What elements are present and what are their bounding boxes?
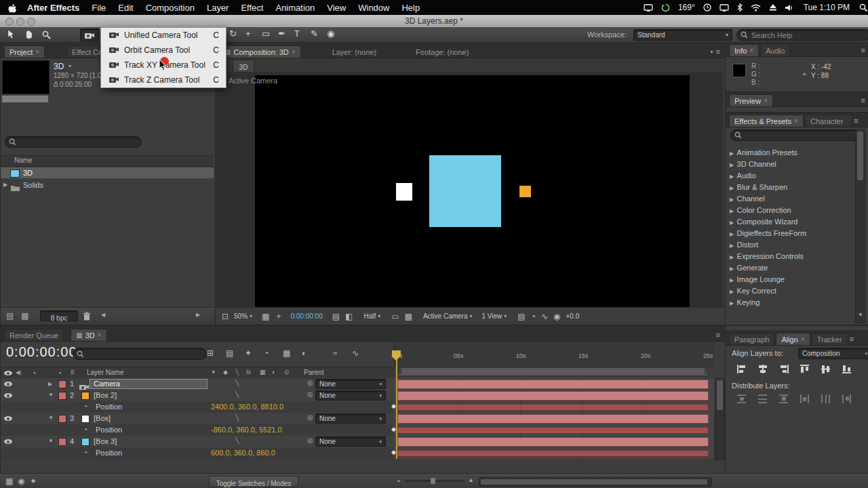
project-search-field[interactable] xyxy=(5,136,142,148)
property-row-position[interactable]: ◔ Position 2400.0, 360.0, 8810.0 xyxy=(1,401,394,413)
property-row-position[interactable]: ◔ Position 600.0, 360.0, 860.0 xyxy=(1,447,394,460)
align-to-dropdown[interactable]: Composition ▾ xyxy=(798,348,868,359)
effects-category-item[interactable]: ▶ Color Correction xyxy=(730,203,791,216)
pixel-aspect-icon[interactable]: ▤ xyxy=(517,312,525,321)
eye-icon[interactable] xyxy=(4,382,12,386)
distribute-top-icon[interactable] xyxy=(736,394,747,407)
zoom-out-mountain-icon[interactable]: ▲ xyxy=(397,479,401,483)
tab-footage[interactable]: Footage: (none) xyxy=(410,45,474,58)
window-minimize-button[interactable] xyxy=(16,18,24,26)
layer-name[interactable]: [Box] xyxy=(94,414,111,422)
sync-status-icon[interactable] xyxy=(657,3,674,12)
tab-preview[interactable]: Preview× xyxy=(729,94,773,106)
parent-dropdown[interactable]: None▾ xyxy=(315,413,386,424)
distribute-left-icon[interactable] xyxy=(800,394,810,407)
transparency-grid-icon[interactable]: ▦ xyxy=(405,312,412,321)
new-folder-icon[interactable]: ▦ xyxy=(21,312,28,320)
distribute-horizontal-center-icon[interactable] xyxy=(821,394,831,407)
property-value[interactable]: 600.0, 360.0, 860.0 xyxy=(211,449,275,457)
zoom-tool-icon[interactable] xyxy=(42,30,51,42)
align-bottom-icon[interactable] xyxy=(842,364,852,377)
effects-category-item[interactable]: ▶ Animation Presets xyxy=(730,146,797,158)
parent-pickwhip-icon[interactable]: ◎ xyxy=(307,380,313,386)
tab-render-queue[interactable]: Render Queue xyxy=(4,329,64,341)
collapse-arrow-icon[interactable]: ▼ xyxy=(48,392,54,398)
timeline-search-field[interactable] xyxy=(73,348,207,360)
close-icon[interactable]: × xyxy=(749,47,753,54)
property-bar[interactable] xyxy=(397,427,709,434)
menu-view[interactable]: View xyxy=(321,3,352,13)
playhead-handle[interactable] xyxy=(392,350,401,357)
parent-dropdown[interactable]: None▾ xyxy=(315,390,386,401)
expand-arrow-icon[interactable]: ▶ xyxy=(3,182,7,188)
layer-label-chip[interactable] xyxy=(58,392,66,400)
chevron-down-icon[interactable]: ▾ xyxy=(711,49,713,55)
tab-align[interactable]: Align× xyxy=(776,333,810,345)
display-capture-icon[interactable] xyxy=(639,4,657,12)
clone-stamp-tool-icon[interactable]: ◉ xyxy=(327,29,334,38)
menu-file[interactable]: File xyxy=(85,3,112,13)
channels-icon[interactable]: ◧ xyxy=(345,312,353,321)
snapshot-icon[interactable]: ▤ xyxy=(332,312,340,321)
expand-arrow-icon[interactable]: ▶ xyxy=(730,197,734,203)
effects-search-input[interactable] xyxy=(744,131,858,140)
rotate-tool-icon[interactable]: ↻ xyxy=(229,29,237,38)
layer-row-box3[interactable]: ▼ 4 [Box 3] ╲ ◎ None▾ xyxy=(1,436,394,448)
align-right-icon[interactable] xyxy=(778,364,789,377)
quality-switch-icon[interactable]: ╲ xyxy=(235,392,239,398)
timeline-zoom-slider[interactable] xyxy=(405,480,465,482)
layer-duration-bar[interactable] xyxy=(397,437,709,447)
live-update-icon[interactable]: ◉ xyxy=(18,477,24,485)
align-top-icon[interactable] xyxy=(800,364,810,377)
brush-tool-icon[interactable]: ✎ xyxy=(311,29,318,38)
expand-arrow-icon[interactable]: ▶ xyxy=(730,150,734,157)
expand-arrow-icon[interactable]: ▶ xyxy=(48,382,52,387)
panel-menu-icon[interactable]: ≡ xyxy=(850,336,854,343)
tab-info[interactable]: Info× xyxy=(729,44,759,56)
parent-pickwhip-icon[interactable]: ◎ xyxy=(307,414,313,421)
effects-category-item[interactable]: ▶ Key Correct xyxy=(730,284,776,296)
expand-arrow-icon[interactable]: ▶ xyxy=(730,162,734,168)
mask-visibility-icon[interactable]: + xyxy=(276,312,281,321)
hide-shy-layers-icon[interactable]: ✦ xyxy=(245,349,252,357)
timeline-horizontal-scrollbar[interactable] xyxy=(479,477,712,487)
menu-item-unified-camera[interactable]: Unified Camera Tool C xyxy=(101,28,226,43)
panel-menu-icon[interactable]: ≡ xyxy=(861,47,865,54)
tab-audio[interactable]: Audio xyxy=(760,44,790,56)
layer-label-chip[interactable] xyxy=(58,380,66,388)
tab-effects-presets[interactable]: Effects & Presets× xyxy=(729,115,804,127)
grid-options-icon[interactable]: ▦ xyxy=(262,312,269,321)
current-timecode[interactable]: 0:00:00:00 xyxy=(6,344,77,360)
current-time-indicator-line[interactable] xyxy=(396,359,397,459)
property-bar[interactable] xyxy=(397,404,709,411)
layer-row-box2[interactable]: ▼ 2 [Box 2] ╲ ◎ None▾ xyxy=(1,390,394,402)
project-row-solids[interactable]: ▶ Solids xyxy=(1,180,214,190)
layer-box-orange[interactable] xyxy=(519,186,531,197)
close-icon[interactable]: × xyxy=(98,331,102,339)
expand-arrow-icon[interactable]: ▶ xyxy=(730,185,734,191)
keyframe-icon[interactable]: ◆ xyxy=(391,449,396,455)
layer-duration-bar[interactable] xyxy=(397,414,709,424)
tab-tracker[interactable]: Tracker xyxy=(812,333,848,345)
scroll-down-icon[interactable]: ▼ xyxy=(858,312,863,318)
layer-box-white[interactable] xyxy=(396,183,412,201)
chevron-down-icon[interactable]: ▾ xyxy=(504,314,507,319)
tab-layer[interactable]: Layer: (none) xyxy=(327,45,382,58)
expand-panel-icon[interactable]: ▦ xyxy=(5,477,13,485)
close-icon[interactable]: × xyxy=(801,336,805,343)
effects-category-item[interactable]: ▶ Composite Wizard xyxy=(730,215,797,227)
layer-label-chip[interactable] xyxy=(58,438,66,446)
menu-item-track-z-camera[interactable]: Track Z Camera Tool C xyxy=(101,73,226,87)
exposure-value[interactable]: +0.0 xyxy=(566,312,580,320)
layer-label-chip[interactable] xyxy=(58,415,66,423)
project-item-title[interactable]: 3D xyxy=(54,62,64,71)
eye-icon[interactable] xyxy=(4,393,12,398)
quality-switch-icon[interactable]: ╲ xyxy=(235,415,239,421)
menu-composition[interactable]: Composition xyxy=(140,3,201,13)
menu-item-orbit-camera[interactable]: Orbit Camera Tool C xyxy=(101,43,226,58)
chevron-down-icon[interactable]: ▾ xyxy=(68,64,71,69)
effects-category-item[interactable]: ▶ Digieffects FreeForm xyxy=(730,226,806,239)
mask-tool-icon[interactable]: ▭ xyxy=(262,29,270,38)
timeline-search-input[interactable] xyxy=(86,349,203,359)
panel-menu-icon[interactable]: ≡ xyxy=(861,97,865,104)
